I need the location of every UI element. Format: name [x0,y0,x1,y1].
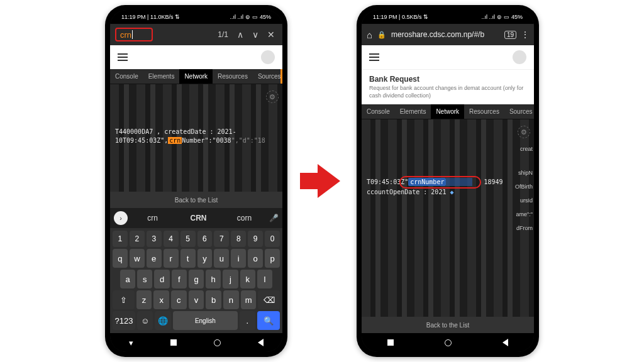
status-time: 11:19 PM [373,14,397,20]
key-v[interactable]: v [189,290,204,309]
key-f[interactable]: f [172,270,187,288]
key-search[interactable]: 🔍 [257,311,280,330]
key-h[interactable]: h [206,270,221,288]
key-a[interactable]: a [120,270,135,288]
nav-back-button[interactable] [258,339,264,346]
devtools-tabs: Console Elements Network Resources Sourc… [110,69,282,84]
key-lang[interactable]: 🌐 [155,311,171,330]
key-i[interactable]: i [231,249,246,268]
key-5[interactable]: 5 [180,231,196,247]
key-space[interactable]: English [173,311,237,330]
find-next-button[interactable]: ∨ [250,30,261,40]
app-header [362,45,534,69]
key-7[interactable]: 7 [214,231,229,247]
gear-icon[interactable]: ⚙ [266,90,279,103]
devtools-content[interactable]: ⚙ T440000DA7 , createdDate : 2021- 10T09… [110,84,282,208]
key-1[interactable]: 1 [113,231,128,247]
tab-console[interactable]: Console [110,69,143,84]
find-input[interactable]: crn [115,28,153,41]
tab-sources[interactable]: Sources [504,104,534,119]
status-time: 11:19 PM [121,14,146,20]
key-d[interactable]: d [154,270,169,288]
suggestion-1[interactable]: crn [131,211,174,225]
key-symbols[interactable]: ?123 [113,311,135,330]
suggestion-2[interactable]: CRN [177,211,219,225]
key-y[interactable]: y [197,249,213,268]
back-to-list-button[interactable]: Back to the List [110,192,282,208]
nav-home-button[interactable] [214,339,221,346]
tab-console[interactable]: Console [362,104,395,119]
app-header [110,45,282,69]
find-close-button[interactable]: ✕ [265,30,277,40]
nav-keyboard-down-icon[interactable]: ▾ [129,338,133,348]
status-bar: 11:19 PM | 0.5KB/s ⇅ ..ıl ..ıl ⊚ ▭ 45% [362,10,534,24]
signal-icon: ..ıl ..ıl [230,14,243,20]
key-k[interactable]: k [240,270,255,288]
key-q[interactable]: q [113,249,128,268]
find-count: 1/1 [218,30,228,39]
back-to-list-button[interactable]: Back to the List [362,317,534,333]
home-button[interactable]: ⌂ [367,30,372,40]
key-u[interactable]: u [214,249,229,268]
tab-resources[interactable]: Resources [213,69,253,84]
key-6[interactable]: 6 [197,231,213,247]
key-w[interactable]: w [130,249,145,268]
key-x[interactable]: x [153,290,169,309]
key-z[interactable]: z [136,290,152,309]
key-3[interactable]: 3 [147,231,162,247]
key-shift[interactable]: ⇧ [113,290,135,309]
kb-row-numbers: 1 2 3 4 5 6 7 8 9 0 [113,231,280,247]
search-match: crn [168,137,182,144]
tab-elements[interactable]: Elements [395,104,431,119]
key-g[interactable]: g [189,270,204,288]
key-p[interactable]: p [265,249,280,268]
key-j[interactable]: j [223,270,238,288]
hamburger-icon[interactable] [118,53,128,61]
tab-resources[interactable]: Resources [464,104,504,119]
key-n[interactable]: n [223,290,239,309]
key-s[interactable]: s [137,270,152,288]
suggestion-3[interactable]: corn [223,211,265,225]
key-c[interactable]: c [171,290,187,309]
key-period[interactable]: . [240,311,256,330]
tab-elements[interactable]: Elements [143,69,180,84]
find-prev-button[interactable]: ∧ [235,30,246,40]
key-9[interactable]: 9 [248,231,263,247]
selected-text[interactable]: crnNumber [408,178,446,186]
tab-network[interactable]: Network [431,104,464,119]
voice-input-button[interactable]: 🎤 [269,214,279,222]
nav-home-button[interactable] [445,339,452,346]
avatar[interactable] [513,50,526,64]
tab-overflow-indicator [280,69,282,84]
nav-recents-button[interactable] [170,339,177,346]
tab-sources[interactable]: Sources [253,69,282,84]
tab-network[interactable]: Network [179,69,213,84]
keyboard: 1 2 3 4 5 6 7 8 9 0 q w e r t y u i o [110,228,282,333]
key-emoji[interactable]: ☺ [137,311,153,330]
nav-back-button[interactable] [502,339,508,346]
url-text[interactable]: meroshare.cdsc.com.np/#/b [391,30,499,39]
key-8[interactable]: 8 [231,231,246,247]
expand-suggestions-button[interactable]: › [114,211,128,225]
key-b[interactable]: b [206,290,221,309]
android-nav-bar [362,333,534,352]
key-t[interactable]: t [180,249,196,268]
key-m[interactable]: m [241,290,257,309]
key-r[interactable]: r [164,249,179,268]
key-e[interactable]: e [147,249,162,268]
key-backspace[interactable]: ⌫ [258,290,280,309]
screen-left: 11:19 PM | 11.0KB/s ⇅ ..ıl ..ıl ⊚ ▭ 45% … [110,10,282,352]
devtools-content[interactable]: ⚙ T09:45:03Z"crnNumber 18949 ccountOpenD… [362,119,534,333]
tabs-button[interactable]: 19 [504,31,516,39]
key-o[interactable]: o [248,249,263,268]
avatar[interactable] [261,50,275,64]
nav-recents-button[interactable] [387,339,394,346]
keyboard-suggestion-bar: › crn CRN corn 🎤 [110,208,282,228]
key-4[interactable]: 4 [164,231,179,247]
hamburger-icon[interactable] [369,53,379,61]
menu-button[interactable]: ⋮ [521,30,529,39]
key-l[interactable]: l [257,270,272,288]
key-0[interactable]: 0 [265,231,280,247]
key-2[interactable]: 2 [130,231,145,247]
wifi-icon: ⊚ [497,14,502,20]
